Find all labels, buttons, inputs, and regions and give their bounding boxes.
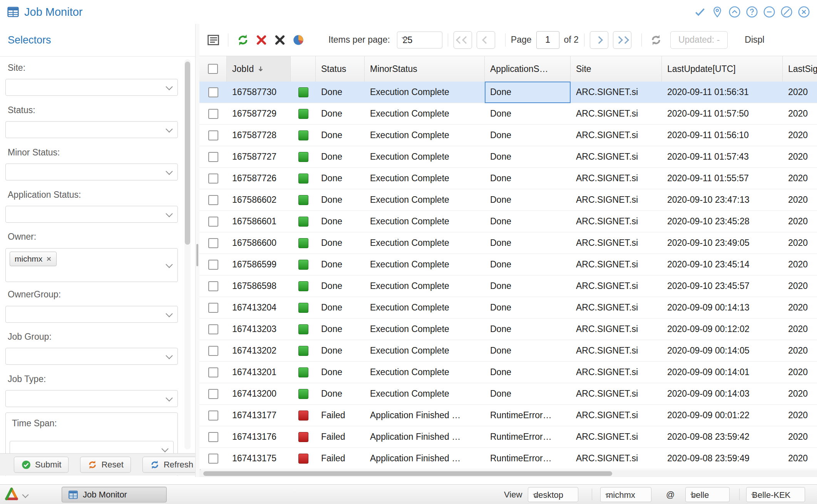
lastupdate-cell[interactable]: 2020-09-10 23:45:28 bbox=[662, 211, 783, 232]
help-icon[interactable] bbox=[746, 6, 758, 18]
job-group-select[interactable] bbox=[5, 348, 178, 365]
row-checkbox[interactable] bbox=[208, 130, 218, 140]
lastsignoflife-cell[interactable]: 2020 bbox=[783, 319, 817, 340]
lastsignoflife-cell[interactable]: 2020 bbox=[783, 103, 817, 125]
column-header-minorstatus[interactable]: MinorStatus bbox=[365, 56, 485, 82]
status-cell[interactable]: Failed bbox=[316, 426, 365, 448]
row-checkbox[interactable] bbox=[208, 454, 218, 464]
jobid-cell[interactable]: 167587728 bbox=[227, 125, 291, 146]
table-row[interactable]: 167413200 Done Execution Complete Done A… bbox=[199, 383, 817, 405]
minorstatus-cell[interactable]: Execution Complete bbox=[365, 146, 485, 168]
site-cell[interactable]: ARC.SIGNET.si bbox=[571, 383, 662, 405]
status-select[interactable] bbox=[5, 121, 178, 138]
minorstatus-cell[interactable]: Execution Complete bbox=[365, 168, 485, 189]
table-row[interactable]: 167586598 Done Execution Complete Done A… bbox=[199, 275, 817, 297]
lastsignoflife-cell[interactable]: 2020 bbox=[783, 275, 817, 297]
jobid-cell[interactable]: 167587730 bbox=[227, 82, 291, 103]
row-checkbox[interactable] bbox=[208, 367, 218, 377]
reset-selection-button[interactable] bbox=[252, 31, 271, 49]
minorstatus-cell[interactable]: Application Finished … bbox=[365, 405, 485, 426]
status-cell[interactable]: Done bbox=[316, 168, 365, 189]
applicationstatus-cell[interactable]: Done bbox=[485, 168, 571, 189]
row-checkbox[interactable] bbox=[208, 281, 218, 291]
applicationstatus-cell[interactable]: RuntimeError… bbox=[485, 405, 571, 426]
lastsignoflife-cell[interactable]: 2020 bbox=[783, 426, 817, 448]
table-row[interactable]: 167413204 Done Execution Complete Done A… bbox=[199, 297, 817, 319]
jobid-cell[interactable]: 167586602 bbox=[227, 189, 291, 211]
applicationstatus-cell[interactable]: Done bbox=[485, 125, 571, 146]
status-cell[interactable]: Done bbox=[316, 340, 365, 362]
table-row[interactable]: 167586602 Done Execution Complete Done A… bbox=[199, 189, 817, 211]
table-row[interactable]: 167413202 Done Execution Complete Done A… bbox=[199, 340, 817, 362]
status-cell[interactable]: Done bbox=[316, 146, 365, 168]
columns-menu-button[interactable] bbox=[204, 31, 223, 49]
collapse-up-icon[interactable] bbox=[728, 6, 741, 18]
row-checkbox[interactable] bbox=[208, 109, 218, 119]
applicationstatus-cell[interactable]: Done bbox=[485, 103, 571, 125]
applicationstatus-cell[interactable]: Done bbox=[485, 383, 571, 405]
minorstatus-cell[interactable]: Execution Complete bbox=[365, 383, 485, 405]
lastsignoflife-cell[interactable]: 2020 bbox=[783, 125, 817, 146]
applicationstatus-cell[interactable]: Done bbox=[485, 297, 571, 319]
view-select[interactable]: desktop bbox=[528, 487, 578, 502]
close-icon[interactable] bbox=[798, 6, 810, 18]
column-header-state[interactable] bbox=[291, 56, 316, 82]
lastupdate-cell[interactable]: 2020-09-09 00:14:05 bbox=[662, 340, 783, 362]
lastupdate-cell[interactable]: 2020-09-09 00:12:02 bbox=[662, 319, 783, 340]
table-row[interactable]: 167413175 Failed Application Finished … … bbox=[199, 448, 817, 469]
table-row[interactable]: 167413177 Failed Application Finished … … bbox=[199, 405, 817, 426]
site-cell[interactable]: ARC.SIGNET.si bbox=[571, 319, 662, 340]
applicationstatus-cell[interactable]: Done bbox=[485, 319, 571, 340]
lastsignoflife-cell[interactable]: 2020 bbox=[783, 254, 817, 275]
taskbar-job-monitor-button[interactable]: Job Monitor bbox=[62, 487, 167, 502]
column-header-status[interactable]: Status bbox=[316, 56, 365, 82]
row-checkbox[interactable] bbox=[208, 432, 218, 442]
row-checkbox[interactable] bbox=[208, 217, 218, 227]
lastsignoflife-cell[interactable]: 2020 bbox=[783, 168, 817, 189]
status-cell[interactable]: Done bbox=[316, 362, 365, 383]
first-page-button[interactable] bbox=[454, 31, 472, 49]
refresh-grid-button[interactable] bbox=[234, 31, 252, 49]
last-page-button[interactable] bbox=[613, 31, 631, 49]
row-checkbox[interactable] bbox=[208, 174, 218, 184]
lastupdate-cell[interactable]: 2020-09-11 01:57:43 bbox=[662, 146, 783, 168]
owner-tag[interactable]: michmx bbox=[10, 252, 57, 266]
site-cell[interactable]: ARC.SIGNET.si bbox=[571, 275, 662, 297]
applicationstatus-cell[interactable]: Done bbox=[485, 211, 571, 232]
minorstatus-cell[interactable]: Execution Complete bbox=[365, 319, 485, 340]
column-header-site[interactable]: Site bbox=[571, 56, 662, 82]
jobid-cell[interactable]: 167586598 bbox=[227, 275, 291, 297]
refresh-button[interactable]: Refresh bbox=[142, 457, 201, 473]
site-cell[interactable]: ARC.SIGNET.si bbox=[571, 82, 662, 103]
site-cell[interactable]: ARC.SIGNET.si bbox=[571, 405, 662, 426]
minorstatus-cell[interactable]: Execution Complete bbox=[365, 254, 485, 275]
site-cell[interactable]: ARC.SIGNET.si bbox=[571, 103, 662, 125]
column-header-lastupdate[interactable]: LastUpdate[UTC] bbox=[662, 56, 783, 82]
site-cell[interactable]: ARC.SIGNET.si bbox=[571, 448, 662, 469]
lastupdate-cell[interactable]: 2020-09-10 23:49:05 bbox=[662, 232, 783, 254]
owner-select[interactable]: michmx bbox=[5, 248, 178, 282]
lastupdate-cell[interactable]: 2020-09-11 01:55:57 bbox=[662, 168, 783, 189]
pin-icon[interactable] bbox=[711, 6, 723, 18]
table-row[interactable]: 167413201 Done Execution Complete Done A… bbox=[199, 362, 817, 383]
table-row[interactable]: 167587729 Done Execution Complete Done A… bbox=[199, 103, 817, 125]
status-cell[interactable]: Done bbox=[316, 232, 365, 254]
previous-page-button[interactable] bbox=[477, 31, 495, 49]
column-header-lastsignoflife[interactable]: LastSig bbox=[783, 56, 817, 82]
site-cell[interactable]: ARC.SIGNET.si bbox=[571, 426, 662, 448]
minorstatus-cell[interactable]: Execution Complete bbox=[365, 125, 485, 146]
lastupdate-cell[interactable]: 2020-09-11 01:57:50 bbox=[662, 103, 783, 125]
minorstatus-cell[interactable]: Application Finished … bbox=[365, 448, 485, 469]
status-cell[interactable]: Done bbox=[316, 254, 365, 275]
table-row[interactable]: 167587727 Done Execution Complete Done A… bbox=[199, 146, 817, 168]
check-icon[interactable] bbox=[694, 6, 706, 18]
row-checkbox[interactable] bbox=[208, 324, 218, 334]
lastsignoflife-cell[interactable]: 2020 bbox=[783, 146, 817, 168]
row-checkbox[interactable] bbox=[208, 87, 218, 97]
table-row[interactable]: 167586600 Done Execution Complete Done A… bbox=[199, 232, 817, 254]
remove-tag-icon[interactable] bbox=[46, 256, 52, 262]
jobid-cell[interactable]: 167413204 bbox=[227, 297, 291, 319]
minimize-icon[interactable] bbox=[763, 6, 775, 18]
lastsignoflife-cell[interactable]: 2020 bbox=[783, 211, 817, 232]
site-cell[interactable]: ARC.SIGNET.si bbox=[571, 340, 662, 362]
